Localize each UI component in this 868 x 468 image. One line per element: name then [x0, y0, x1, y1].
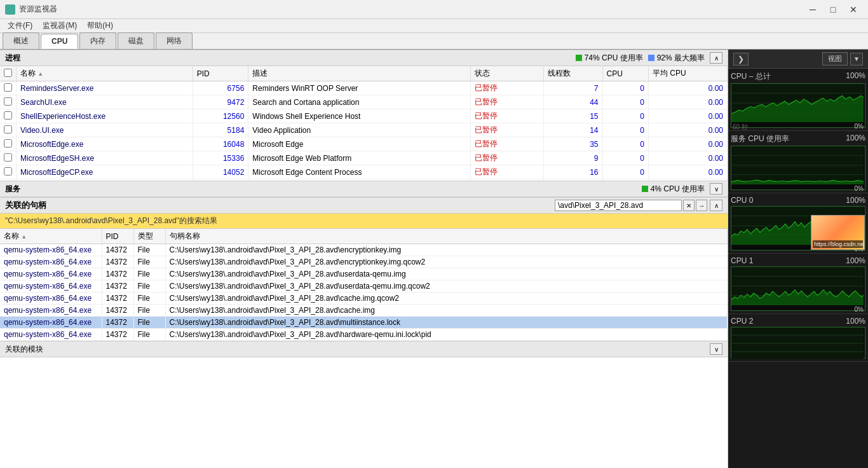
process-section-header[interactable]: 进程 74% CPU 使用率 92% 最大频率 ∧ [0, 50, 728, 66]
row-desc: Microsoft Edge [248, 137, 471, 151]
table-row[interactable]: RemindersServer.exe 6756 Reminders WinRT… [0, 81, 728, 95]
expand-button[interactable]: ❯ [733, 53, 749, 65]
th-status[interactable]: 状态 [470, 66, 543, 81]
modules-collapse-button[interactable]: ∨ [710, 343, 722, 355]
th-threads[interactable]: 线程数 [544, 66, 603, 81]
list-item[interactable]: qemu-system-x86_64.exe 14372 File C:\Use… [0, 256, 728, 268]
row-name: MicrosoftEdge.exe [17, 137, 193, 151]
view-button[interactable]: 视图 [822, 52, 848, 65]
tab-network[interactable]: 网络 [156, 32, 193, 49]
minimize-button[interactable]: ─ [803, 3, 822, 16]
list-item[interactable]: qemu-system-x86_64.exe 14372 File C:\Use… [0, 305, 728, 317]
service-cpu-title: 服务 CPU 使用率 [731, 134, 789, 144]
cpu-total-svg [731, 84, 864, 122]
cpu2-max: 100% [846, 317, 865, 326]
list-item[interactable]: qemu-system-x86_64.exe 14372 File C:\Use… [0, 244, 728, 256]
row-avg-cpu: 0.00 [648, 95, 727, 109]
list-item[interactable]: qemu-system-x86_64.exe 14372 File C:\Use… [0, 292, 728, 305]
row-avg-cpu: 0.00 [648, 151, 727, 165]
row-cpu: 0 [602, 95, 648, 109]
row-checkbox[interactable] [0, 165, 17, 179]
cpu2-section: CPU 2 100% [728, 314, 868, 362]
menu-file[interactable]: 文件(F) [3, 19, 37, 32]
th-desc[interactable]: 描述 [248, 66, 471, 81]
row-avg-cpu: 0.00 [648, 109, 727, 123]
th-handle-path[interactable]: 句柄名称 [165, 229, 728, 244]
row-checkbox[interactable] [0, 81, 17, 95]
list-item[interactable]: qemu-system-x86_64.exe 14372 File C:\Use… [0, 280, 728, 292]
th-pid[interactable]: PID [193, 66, 248, 81]
handles-search-button[interactable]: → [696, 200, 707, 211]
search-result-text: "C:\Users\wy138\.android\avd\Pixel_3_API… [5, 216, 217, 225]
view-dropdown-button[interactable]: ▼ [850, 53, 863, 65]
menu-bar: 文件(F) 监视器(M) 帮助(H) [0, 19, 868, 33]
ad-text: https://blog.csdn.net/qq_43830 [813, 240, 863, 248]
tab-overview[interactable]: 概述 [3, 32, 39, 49]
th-name[interactable]: 名称 ▲ [17, 66, 193, 81]
th-handle-pid[interactable]: PID [102, 229, 133, 244]
service-cpu-dot [642, 186, 648, 192]
view-controls: 视图 ▼ [822, 52, 863, 65]
cpu2-graph [731, 327, 865, 359]
row-cpu: 0 [602, 109, 648, 123]
table-row[interactable]: ShellExperienceHost.exe 12560 Windows Sh… [0, 109, 728, 123]
row-checkbox[interactable] [0, 137, 17, 151]
th-avg-cpu[interactable]: 平均 CPU [648, 66, 727, 81]
th-handle-name[interactable]: 名称 ▲ [0, 229, 102, 244]
handles-controls: ✕ → ∧ [555, 200, 722, 211]
handle-pid: 14372 [102, 305, 133, 317]
list-item[interactable]: qemu-system-x86_64.exe 14372 File C:\Use… [0, 317, 728, 329]
cpu-usage-text: 74% CPU 使用率 [585, 53, 643, 64]
service-collapse-button[interactable]: ∨ [710, 183, 722, 195]
table-row[interactable]: MicrosoftEdge.exe 16048 Microsoft Edge 已… [0, 137, 728, 151]
cpu-dot [576, 55, 582, 61]
list-item[interactable]: qemu-system-x86_64.exe 14372 File C:\Use… [0, 268, 728, 280]
cpu-total-section: CPU – 总计 100% 60 秒 0% [728, 69, 868, 131]
handle-type: File [133, 280, 165, 292]
handle-pid: 14372 [102, 268, 133, 280]
max-freq-indicator: 92% 最大频率 [648, 53, 705, 64]
row-pid: 5184 [193, 123, 248, 137]
maximize-button[interactable]: □ [824, 3, 843, 16]
th-handle-type[interactable]: 类型 [133, 229, 165, 244]
row-checkbox[interactable] [0, 151, 17, 165]
cpu1-max: 100% [846, 256, 865, 265]
handles-clear-button[interactable]: ✕ [683, 200, 695, 211]
row-name: MicrosoftEdgeCP.exe [17, 165, 193, 179]
select-all-checkbox[interactable] [4, 69, 12, 77]
table-row[interactable]: Video.UI.exe 5184 Video Application 已暂停 … [0, 123, 728, 137]
process-title: 进程 [5, 53, 20, 64]
th-checkbox[interactable] [0, 66, 17, 81]
tab-memory[interactable]: 内存 [79, 32, 116, 49]
cpu-usage-indicator: 74% CPU 使用率 [576, 53, 643, 64]
table-row[interactable]: MicrosoftEdgeCP.exe 14052 Microsoft Edge… [0, 165, 728, 179]
table-row[interactable]: MicrosoftEdgeSH.exe 15336 Microsoft Edge… [0, 151, 728, 165]
menu-monitor[interactable]: 监视器(M) [37, 19, 82, 32]
handles-search-input[interactable] [555, 200, 682, 211]
menu-help[interactable]: 帮助(H) [82, 19, 118, 32]
row-pid: 12560 [193, 109, 248, 123]
tab-disk[interactable]: 磁盘 [118, 32, 154, 49]
table-row[interactable]: SearchUI.exe 9472 Search and Cortana app… [0, 95, 728, 109]
th-cpu[interactable]: CPU [602, 66, 648, 81]
cpu-total-pct: 0% [855, 123, 865, 132]
handle-name: qemu-system-x86_64.exe [0, 244, 102, 256]
list-item[interactable]: qemu-system-x86_64.exe 14372 File C:\Use… [0, 329, 728, 341]
right-panel: ❯ 视图 ▼ CPU – 总计 100% [728, 50, 868, 468]
service-cpu-max: 100% [846, 134, 865, 144]
search-result-bar: "C:\Users\wy138\.android\avd\Pixel_3_API… [0, 214, 728, 229]
row-checkbox[interactable] [0, 95, 17, 109]
close-button[interactable]: ✕ [844, 3, 863, 16]
row-threads: 9 [544, 151, 603, 165]
row-checkbox[interactable] [0, 109, 17, 123]
row-checkbox[interactable] [0, 123, 17, 137]
handle-type: File [133, 292, 165, 305]
handles-collapse-button[interactable]: ∧ [710, 200, 722, 211]
cpu0-section: CPU 0 100% https://blog.csdn.net/qq_4383… [728, 193, 868, 254]
modules-section-header[interactable]: 关联的模块 ∨ [0, 341, 728, 357]
process-collapse-button[interactable]: ∧ [710, 52, 722, 64]
tab-cpu[interactable]: CPU [41, 34, 78, 49]
title-bar: 资源监视器 ─ □ ✕ [0, 0, 868, 19]
row-status: 已暂停 [470, 165, 543, 179]
service-section-header[interactable]: 服务 4% CPU 使用率 ∨ [0, 181, 728, 197]
